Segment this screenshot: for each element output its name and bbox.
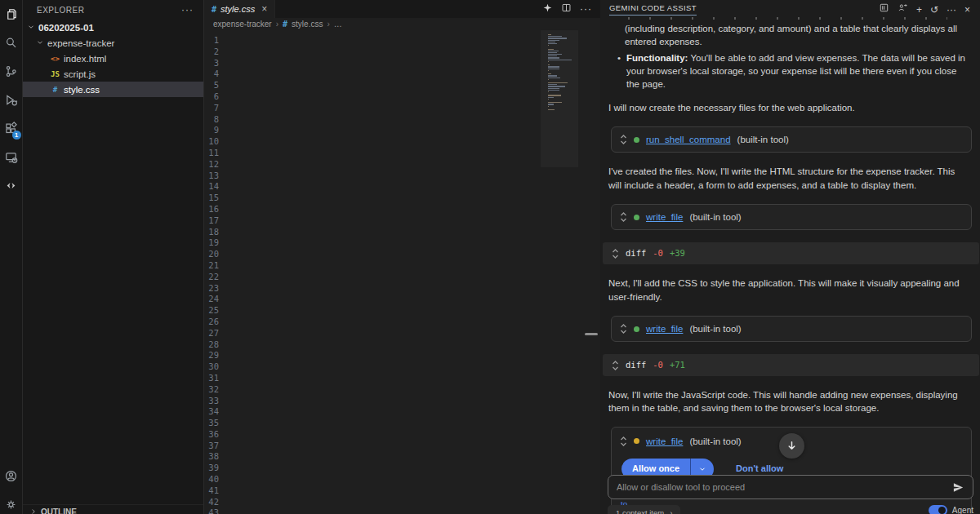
expand-collapse-icon[interactable] xyxy=(620,134,627,145)
line-number: 39 xyxy=(204,463,230,474)
minimap[interactable] xyxy=(548,34,572,111)
line-number: 13 xyxy=(204,171,230,182)
breadcrumb-folder[interactable]: expense-tracker xyxy=(213,20,272,29)
new-chat-icon[interactable]: + xyxy=(916,2,922,16)
breadcrumb-file[interactable]: style.css xyxy=(292,20,323,29)
context-items-chip[interactable]: 1 context item › xyxy=(608,505,680,514)
outline-section[interactable]: OUTLINE xyxy=(23,504,203,514)
explorer-activity-item[interactable] xyxy=(0,2,23,30)
line-number: 42 xyxy=(204,497,230,508)
code-line: 34 xyxy=(204,406,600,418)
expand-collapse-icon[interactable] xyxy=(612,248,619,259)
account-activity-item[interactable] xyxy=(0,463,23,492)
agent-toggle[interactable] xyxy=(929,505,947,514)
expand-collapse-icon[interactable] xyxy=(620,323,627,335)
expand-collapse-icon[interactable] xyxy=(620,211,627,223)
line-number: 21 xyxy=(204,260,230,272)
panel-title: GEMINI CODE ASSIST xyxy=(609,3,697,16)
tool-status-dot xyxy=(634,438,639,444)
remote-explorer-activity-item[interactable] xyxy=(0,144,23,173)
extensions-activity-item[interactable]: 1 xyxy=(0,116,23,144)
activity-bar-bottom xyxy=(0,463,23,514)
run-debug-activity-item[interactable] xyxy=(0,87,23,116)
code-line: 14 xyxy=(204,181,600,193)
line-number: 30 xyxy=(204,361,230,373)
file-label: index.html xyxy=(64,54,106,64)
code-editor[interactable]: 1234567891011121314151617181920212223242… xyxy=(204,30,600,514)
code-line: 13 xyxy=(204,171,600,182)
diff-added-count: +71 xyxy=(670,359,685,371)
search-activity-item[interactable] xyxy=(0,30,23,59)
more-actions-icon[interactable]: ··· xyxy=(580,3,592,15)
context-items-label: 1 context item xyxy=(616,508,664,514)
tree-item-root-folder[interactable]: 06202025-01 xyxy=(23,20,203,35)
send-icon[interactable] xyxy=(952,481,964,494)
diff-removed-count: -0 xyxy=(653,359,663,371)
code-line: 42 xyxy=(204,497,600,508)
breadcrumb: expense-tracker › # style.css › … xyxy=(204,18,600,30)
tool-call-card[interactable]: write_file(built-in tool) xyxy=(611,204,972,230)
line-number: 5 xyxy=(204,80,230,91)
tool-name-link[interactable]: write_file xyxy=(646,210,683,224)
history-icon[interactable]: ↺ xyxy=(930,2,938,16)
diff-summary-bar[interactable]: diff-0+71 xyxy=(603,354,979,376)
chat-composer: 1 context item › Agent xyxy=(608,475,973,514)
line-number: 16 xyxy=(204,204,230,215)
scroll-to-bottom-button[interactable] xyxy=(779,433,804,459)
code-line: 29 xyxy=(204,350,600,361)
more-icon[interactable]: ··· xyxy=(947,2,956,16)
tree-item-style-css[interactable]: #style.css xyxy=(23,82,203,97)
source-control-activity-item[interactable] xyxy=(0,59,23,87)
tool-suffix-label: (built-in tool) xyxy=(689,210,741,224)
tree-item-script-js[interactable]: JSscript.js xyxy=(23,66,203,82)
gemini-code-assist-activity-item[interactable] xyxy=(0,173,23,202)
tree-item-index-html[interactable]: <>index.html xyxy=(23,51,203,66)
resize-handle[interactable] xyxy=(585,333,598,335)
code-line: 36 xyxy=(204,429,600,441)
code-line: 40 xyxy=(204,474,600,485)
sparkle-icon[interactable] xyxy=(542,2,553,16)
close-icon[interactable]: × xyxy=(964,2,970,16)
code-line: 16 xyxy=(204,204,600,215)
expand-collapse-icon[interactable] xyxy=(620,436,627,447)
tool-call-card[interactable]: write_file(built-in tool) xyxy=(611,316,972,342)
tool-name-link[interactable]: run_shell_command xyxy=(646,133,731,146)
line-number: 31 xyxy=(204,373,230,384)
css-file-icon: # xyxy=(283,20,287,29)
line-number: 12 xyxy=(204,159,230,171)
breadcrumb-separator: › xyxy=(327,20,329,29)
composer-footer: 1 context item › Agent xyxy=(608,505,973,514)
settings-gear-activity-item[interactable] xyxy=(0,492,23,514)
tool-suffix-label: (built-in tool) xyxy=(689,435,741,448)
breadcrumb-separator: › xyxy=(276,20,278,29)
line-number: 23 xyxy=(204,283,230,295)
line-number: 7 xyxy=(204,103,230,114)
code-line: 43 xyxy=(204,507,600,514)
chat-input[interactable] xyxy=(617,482,952,492)
tab-style-css[interactable]: # style.css × xyxy=(204,0,275,18)
line-number: 19 xyxy=(204,237,230,249)
run-debug-icon xyxy=(4,93,18,110)
tree-item-folder[interactable]: expense-tracker xyxy=(23,35,203,51)
css-file-icon: # xyxy=(212,5,216,14)
line-number: 25 xyxy=(204,305,230,317)
tool-call-card[interactable]: run_shell_command(built-in tool) xyxy=(611,126,972,153)
code-line: 15 xyxy=(204,193,600,204)
split-editor-icon[interactable] xyxy=(561,2,572,16)
tool-name-link[interactable]: write_file xyxy=(646,435,683,448)
tab-close-icon[interactable]: × xyxy=(261,3,267,15)
bullet-marker: • xyxy=(617,51,621,91)
code-line: 22 xyxy=(204,272,600,283)
diff-summary-bar[interactable]: diff-0+39 xyxy=(603,242,979,264)
assistant-message: I've created the files. Now, I'll write … xyxy=(608,165,969,192)
changes-icon[interactable] xyxy=(879,2,889,16)
dont-allow-button[interactable]: Don't allow xyxy=(736,463,783,476)
tool-name-link[interactable]: write_file xyxy=(646,322,683,335)
activity-bar: 1 xyxy=(0,0,23,514)
explorer-more-actions-icon[interactable]: ··· xyxy=(181,4,194,16)
line-number: 28 xyxy=(204,339,230,351)
chat-input-box[interactable] xyxy=(608,475,973,499)
expand-collapse-icon[interactable] xyxy=(612,360,619,371)
breadcrumb-symbol[interactable]: … xyxy=(334,20,342,29)
share-feedback-icon[interactable] xyxy=(898,2,908,16)
